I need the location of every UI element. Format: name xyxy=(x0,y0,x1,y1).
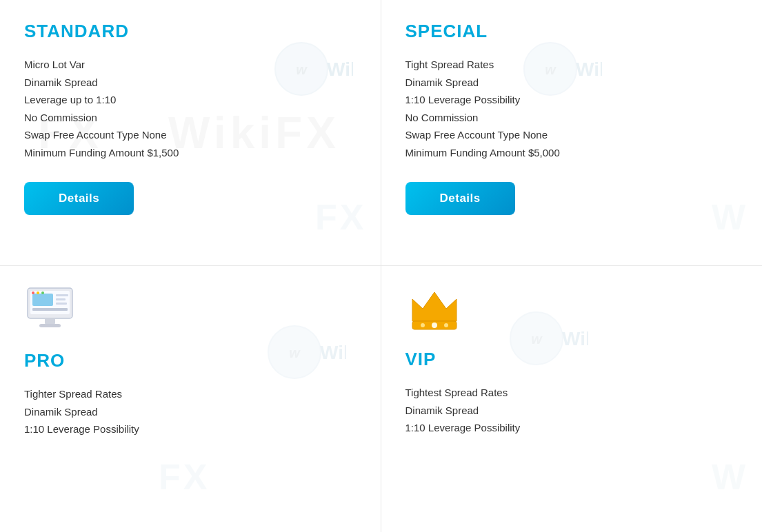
pro-title: PRO xyxy=(24,350,357,371)
svg-point-20 xyxy=(41,291,44,294)
pro-features: Tighter Spread Rates Dinamik Spread 1:10… xyxy=(24,385,357,438)
feature-funding: Minimum Funding Amount $1,500 xyxy=(24,144,357,162)
special-features: Tight Spread Rates Dinamik Spread 1:10 L… xyxy=(405,56,739,161)
feature-pro-dinamik-spread: Dinamik Spread xyxy=(24,403,357,421)
feature-leverage: Leverage up to 1:10 xyxy=(24,91,357,109)
feature-vip-leverage: 1:10 Leverage Possibility xyxy=(405,419,739,437)
svg-point-28 xyxy=(444,323,448,327)
standard-features: Micro Lot Var Dinamik Spread Leverage up… xyxy=(24,56,357,161)
svg-marker-24 xyxy=(412,292,457,321)
vip-title: VIP xyxy=(405,349,739,370)
feature-vip-dinamik-spread: Dinamik Spread xyxy=(405,402,739,420)
feature-swap: Swap Free Account Type None xyxy=(24,126,357,144)
svg-point-26 xyxy=(432,323,437,328)
vip-crown-icon xyxy=(405,287,739,336)
vip-card: w WikiFX W VIP xyxy=(381,266,763,532)
watermark-w-4: W xyxy=(712,456,748,498)
svg-rect-17 xyxy=(39,324,61,327)
feature-min-funding: Minimum Funding Amount $5,000 xyxy=(405,144,739,162)
standard-title: STANDARD xyxy=(24,21,357,42)
svg-point-27 xyxy=(421,323,425,327)
pro-card-content: PRO Tighter Spread Rates Dinamik Spread … xyxy=(24,287,357,438)
special-details-button[interactable]: Details xyxy=(405,182,515,215)
vip-card-content: VIP Tightest Spread Rates Dinamik Spread… xyxy=(405,287,739,437)
feature-swap-free: Swap Free Account Type None xyxy=(405,126,739,144)
svg-rect-16 xyxy=(45,318,55,324)
svg-rect-13 xyxy=(56,294,68,296)
special-card-content: SPECIAL Tight Spread Rates Dinamik Sprea… xyxy=(405,21,739,215)
svg-point-18 xyxy=(32,291,34,294)
svg-rect-12 xyxy=(32,308,68,311)
special-card: w WikiFX W SPECIAL Tight Spread Rates Di… xyxy=(381,0,763,266)
feature-no-commission: No Commission xyxy=(405,109,739,127)
pro-computer-icon xyxy=(24,287,357,338)
svg-rect-14 xyxy=(56,298,66,300)
feature-leverage-possibility: 1:10 Leverage Possibility xyxy=(405,91,739,109)
account-types-grid: FX WikiFX w WikiFX FX STANDARD Micro Lot… xyxy=(0,0,762,532)
standard-details-button[interactable]: Details xyxy=(24,182,134,215)
feature-pro-leverage: 1:10 Leverage Possibility xyxy=(24,420,357,438)
feature-tight-spread: Tight Spread Rates xyxy=(405,56,739,74)
svg-rect-15 xyxy=(56,303,67,305)
svg-point-19 xyxy=(37,291,39,294)
feature-spread: Dinamik Spread xyxy=(24,74,357,92)
feature-commission: No Commission xyxy=(24,109,357,127)
feature-tightest-spread: Tightest Spread Rates xyxy=(405,384,739,402)
pro-card: w WikiFX FX xyxy=(0,266,381,532)
standard-card-content: STANDARD Micro Lot Var Dinamik Spread Le… xyxy=(24,21,357,215)
feature-micro-lot: Micro Lot Var xyxy=(24,56,357,74)
special-title: SPECIAL xyxy=(405,21,739,42)
feature-dinamik-spread: Dinamik Spread xyxy=(405,74,739,92)
vip-features: Tightest Spread Rates Dinamik Spread 1:1… xyxy=(405,384,739,437)
watermark-fx-3: FX xyxy=(159,456,210,498)
feature-tighter-spread: Tighter Spread Rates xyxy=(24,385,357,403)
standard-card: FX WikiFX w WikiFX FX STANDARD Micro Lot… xyxy=(0,0,381,266)
svg-rect-11 xyxy=(32,294,53,306)
